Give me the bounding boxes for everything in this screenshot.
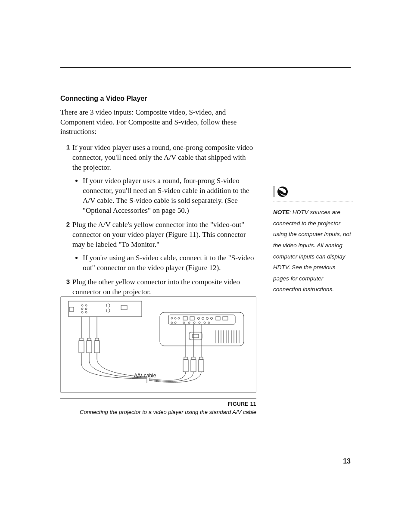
svg-point-22 [171,317,173,319]
step-item: 1 If your video player uses a round, one… [60,143,256,216]
sub-list: If you're using an S-video cable, connec… [72,253,256,273]
svg-point-28 [202,317,204,320]
svg-point-24 [178,317,180,319]
figure-11: A/V cable FIGURE 11 Connecting the proje… [60,296,256,415]
svg-rect-32 [223,317,228,320]
svg-point-27 [198,317,200,320]
svg-rect-57 [183,360,188,372]
figure-rule [60,398,256,398]
svg-rect-31 [216,317,220,320]
svg-rect-9 [121,305,127,310]
svg-rect-59 [191,360,196,372]
note-text: : HDTV sources are connected to the proj… [273,209,351,292]
svg-rect-17 [87,341,92,353]
svg-point-39 [204,322,206,324]
sub-list: If your video player uses a round, four-… [72,176,256,216]
svg-rect-14 [80,338,83,341]
svg-rect-25 [183,317,187,320]
note-label: NOTE [273,209,290,215]
sub-item: If you're using an S-video cable, connec… [83,253,256,273]
margin-note: NOTE: HDTV sources are connected to the … [273,207,353,295]
svg-rect-61 [199,360,204,372]
svg-rect-18 [95,338,99,341]
step-number: 3 [60,277,70,286]
svg-point-4 [85,308,87,310]
svg-point-7 [106,304,110,307]
svg-point-5 [81,311,83,313]
intro-paragraph: There are 3 video inputs: Composite vide… [60,108,256,137]
step-item: 2 Plug the A/V cable's yellow connector … [60,220,256,273]
main-content: Connecting a Video Player There are 3 vi… [60,94,256,324]
svg-rect-0 [68,301,142,317]
svg-point-35 [183,322,185,324]
svg-point-2 [85,305,87,306]
page-number: 13 [343,457,351,465]
svg-point-36 [188,322,190,324]
step-text: Plug the other yellow connector into the… [72,278,240,296]
diagram-svg [61,297,257,392]
svg-rect-41 [189,332,202,340]
svg-point-8 [106,309,110,312]
figure-caption: Connecting the projector to a video play… [60,409,256,415]
svg-rect-19 [94,341,100,353]
svg-point-30 [211,317,213,320]
svg-rect-10 [69,307,74,311]
svg-point-38 [199,322,200,324]
svg-rect-60 [199,357,203,360]
svg-rect-16 [87,338,91,341]
note-dotted-rule [273,202,353,202]
svg-point-34 [174,322,176,324]
step-text: If your video player uses a round, one-p… [72,143,253,171]
top-horizontal-rule [60,67,351,68]
section-heading: Connecting a Video Player [60,94,256,103]
figure-number: FIGURE 11 [60,401,256,407]
svg-point-29 [206,317,209,320]
sub-item: If your video player uses a round, four-… [83,176,256,216]
note-icon [273,184,290,199]
svg-rect-21 [168,315,235,324]
step-list: 1 If your video player uses a round, one… [60,143,256,320]
step-number: 2 [60,220,70,229]
svg-point-6 [85,311,87,313]
svg-rect-56 [184,357,187,360]
figure-inner-label: A/V cable [134,373,156,379]
svg-point-33 [171,322,173,324]
svg-point-23 [174,317,176,319]
svg-point-40 [208,322,210,324]
figure-diagram: A/V cable [60,296,256,393]
step-text: Plug the A/V cable's yellow connector in… [72,221,246,249]
svg-point-3 [81,308,83,310]
svg-point-1 [81,305,83,306]
step-number: 1 [60,143,70,152]
svg-rect-15 [79,341,84,353]
svg-rect-58 [192,357,195,360]
svg-point-37 [193,322,195,324]
svg-rect-26 [190,317,194,320]
